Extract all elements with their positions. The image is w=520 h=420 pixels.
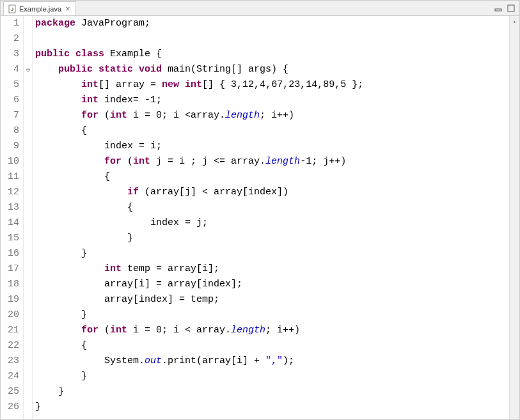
svg-rect-3 bbox=[508, 5, 514, 12]
line-number: 1 bbox=[1, 16, 19, 31]
java-file-icon: J bbox=[8, 4, 17, 13]
line-number: 12 bbox=[1, 185, 19, 200]
code-line: if (array[j] < array[index]) bbox=[35, 185, 509, 200]
code-line: int[] array = new int[] { 3,12,4,67,23,1… bbox=[35, 77, 509, 93]
line-number: 19 bbox=[1, 292, 19, 307]
close-icon[interactable]: × bbox=[64, 5, 72, 13]
line-number: 22 bbox=[1, 338, 19, 354]
code-line: { bbox=[35, 123, 509, 139]
line-number: 26 bbox=[1, 400, 19, 415]
code-line: } bbox=[35, 246, 509, 261]
line-number: 13 bbox=[1, 200, 19, 215]
line-number: 18 bbox=[1, 277, 19, 292]
svg-text:J: J bbox=[11, 6, 13, 12]
toolbar-right bbox=[494, 4, 517, 13]
line-number: 4 bbox=[1, 62, 19, 77]
line-number: 7 bbox=[1, 108, 19, 123]
line-number: 24 bbox=[1, 369, 19, 384]
line-number: 17 bbox=[1, 261, 19, 277]
line-number-gutter: 1234567891011121314151617181920212223242… bbox=[1, 16, 24, 419]
line-number: 14 bbox=[1, 215, 19, 231]
svg-rect-2 bbox=[495, 9, 501, 11]
code-line: index = i; bbox=[35, 139, 509, 154]
editor-tab[interactable]: J Example.java × bbox=[3, 1, 76, 15]
code-line: array[index] = temp; bbox=[35, 292, 509, 307]
code-line: for (int i = 0; i <array.length; i++) bbox=[35, 108, 509, 123]
line-number: 8 bbox=[1, 123, 19, 139]
maximize-button[interactable] bbox=[507, 4, 517, 13]
line-number: 11 bbox=[1, 169, 19, 185]
tab-bar: J Example.java × bbox=[1, 1, 519, 16]
minimize-button[interactable] bbox=[494, 4, 504, 13]
line-number: 3 bbox=[1, 47, 19, 62]
line-number: 21 bbox=[1, 323, 19, 338]
editor-area: 1234567891011121314151617181920212223242… bbox=[1, 16, 519, 419]
code-line: int index= -1; bbox=[35, 93, 509, 108]
code-editor[interactable]: package JavaProgram; public class Exampl… bbox=[33, 16, 509, 419]
line-number: 16 bbox=[1, 246, 19, 261]
line-number: 15 bbox=[1, 231, 19, 246]
code-line: { bbox=[35, 169, 509, 185]
line-number: 5 bbox=[1, 77, 19, 93]
code-line: { bbox=[35, 200, 509, 215]
code-line: } bbox=[35, 369, 509, 384]
code-line: System.out.print(array[i] + ","); bbox=[35, 354, 509, 369]
override-marker-icon: ⊖ bbox=[24, 66, 32, 74]
line-number: 6 bbox=[1, 93, 19, 108]
code-line: } bbox=[35, 400, 509, 415]
code-line: index = j; bbox=[35, 215, 509, 231]
code-line: } bbox=[35, 307, 509, 323]
marker-column: ⊖ bbox=[24, 16, 33, 419]
vertical-scrollbar[interactable]: ▴ bbox=[509, 16, 519, 419]
line-number: 20 bbox=[1, 307, 19, 323]
code-line: } bbox=[35, 384, 509, 400]
code-line: package JavaProgram; bbox=[35, 16, 509, 31]
code-line bbox=[35, 31, 509, 47]
code-line: } bbox=[35, 231, 509, 246]
code-line: for (int i = 0; i < array.length; i++) bbox=[35, 323, 509, 338]
code-line: { bbox=[35, 338, 509, 354]
code-line: int temp = array[i]; bbox=[35, 261, 509, 277]
code-line: array[i] = array[index]; bbox=[35, 277, 509, 292]
line-number: 25 bbox=[1, 384, 19, 400]
line-number: 2 bbox=[1, 31, 19, 47]
line-number: 9 bbox=[1, 139, 19, 154]
line-number: 10 bbox=[1, 154, 19, 169]
code-line: public class Example { bbox=[35, 47, 509, 62]
tab-filename: Example.java bbox=[19, 5, 61, 13]
code-line: for (int j = i ; j <= array.length-1; j+… bbox=[35, 154, 509, 169]
code-line: public static void main(String[] args) { bbox=[35, 62, 509, 77]
scroll-up-icon[interactable]: ▴ bbox=[510, 16, 519, 26]
line-number: 23 bbox=[1, 354, 19, 369]
